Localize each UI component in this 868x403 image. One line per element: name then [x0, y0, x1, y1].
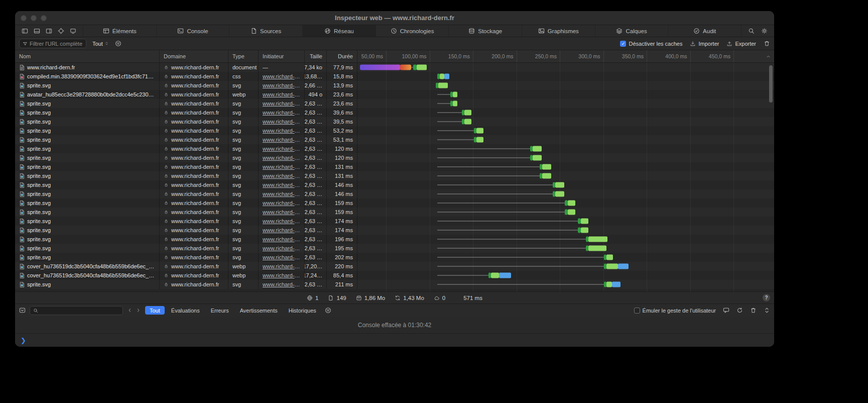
- network-request-row[interactable]: sprite.svgwww.richard-dern.frsvgwww.rich…: [15, 162, 774, 171]
- tab-audit[interactable]: Audit: [668, 25, 741, 37]
- initiator-link[interactable]: www.richard-d…: [263, 182, 300, 188]
- initiator-link[interactable]: www.richard-d…: [263, 263, 300, 269]
- network-request-row[interactable]: sprite.svgwww.richard-dern.frsvgwww.rich…: [15, 126, 774, 135]
- chevron-left-icon[interactable]: [127, 308, 133, 313]
- initiator-link[interactable]: www.richard-d…: [263, 137, 300, 143]
- trash-icon[interactable]: [750, 307, 757, 314]
- initiator-link[interactable]: www.richard-d…: [263, 236, 300, 242]
- console-prompt-row[interactable]: ❯: [15, 334, 774, 347]
- collapse-detail-button[interactable]: [766, 50, 771, 62]
- console-search-input[interactable]: [40, 308, 119, 314]
- initiator-link[interactable]: www.richard-d…: [263, 119, 300, 125]
- initiator-link[interactable]: www.richard-d…: [263, 227, 300, 233]
- tab-sources[interactable]: Sources: [229, 25, 302, 37]
- filter-options-icon[interactable]: [115, 40, 121, 47]
- column-header-taille[interactable]: Taille: [305, 50, 327, 62]
- tab-stockage[interactable]: Stockage: [448, 25, 522, 37]
- network-request-row[interactable]: sprite.svgwww.richard-dern.frsvgwww.rich…: [15, 253, 774, 262]
- minimize-button[interactable]: [31, 15, 37, 21]
- initiator-link[interactable]: www.richard-d…: [263, 200, 300, 206]
- console-scope-avertissements[interactable]: Avertissements: [235, 306, 282, 315]
- chevron-right-icon[interactable]: [136, 308, 141, 313]
- network-request-row[interactable]: sprite.svgwww.richard-dern.frsvgwww.rich…: [15, 235, 774, 244]
- element-picker-icon[interactable]: [58, 28, 64, 34]
- network-request-row[interactable]: sprite.svgwww.richard-dern.frsvgwww.rich…: [15, 280, 774, 289]
- dock-side-icon[interactable]: [22, 28, 28, 34]
- network-request-row[interactable]: www.richard-dern.frwww.richard-dern.frdo…: [15, 63, 774, 72]
- column-header-type[interactable]: Type: [228, 50, 259, 62]
- console-scope-tout[interactable]: Tout: [145, 306, 165, 315]
- help-button[interactable]: ?: [763, 294, 770, 301]
- console-drawer-icon[interactable]: [723, 307, 729, 314]
- network-request-row[interactable]: sprite.svgwww.richard-dern.frsvgwww.rich…: [15, 99, 774, 108]
- initiator-link[interactable]: www.richard-d…: [263, 191, 300, 197]
- network-request-row[interactable]: sprite.svgwww.richard-dern.frsvgwww.rich…: [15, 81, 774, 90]
- console-search-field[interactable]: [30, 306, 123, 315]
- initiator-link[interactable]: www.richard-d…: [263, 281, 300, 287]
- console-filter-options-icon[interactable]: [325, 307, 331, 314]
- initiator-link[interactable]: www.richard-d…: [263, 73, 300, 79]
- tab-console[interactable]: Console: [156, 25, 229, 37]
- network-request-row[interactable]: sprite.svgwww.richard-dern.frsvgwww.rich…: [15, 135, 774, 144]
- console-scope-erreurs[interactable]: Erreurs: [206, 306, 233, 315]
- initiator-link[interactable]: www.richard-d…: [263, 91, 300, 97]
- network-request-row[interactable]: sprite.svgwww.richard-dern.frsvgwww.rich…: [15, 108, 774, 117]
- initiator-link[interactable]: www.richard-d…: [263, 245, 300, 251]
- initiator-link[interactable]: www.richard-d…: [263, 82, 300, 88]
- initiator-link[interactable]: www.richard-d…: [263, 209, 300, 215]
- tab-graphismes[interactable]: Graphismes: [522, 25, 595, 37]
- network-request-row[interactable]: cover_hu736519dc3b5040cfa48b6b559b6de6ec…: [15, 271, 774, 280]
- network-request-row[interactable]: avatar_hu85ecc3e298728880b0bde2dcc4e5c23…: [15, 90, 774, 99]
- dock-right-icon[interactable]: [46, 28, 52, 34]
- network-request-row[interactable]: sprite.svgwww.richard-dern.frsvgwww.rich…: [15, 153, 774, 162]
- initiator-link[interactable]: www.richard-d…: [263, 272, 300, 278]
- console-scope-historiques[interactable]: Historiques: [284, 306, 321, 315]
- console-scope-evaluations[interactable]: Évaluations: [167, 306, 204, 315]
- network-request-row[interactable]: sprite.svgwww.richard-dern.frsvgwww.rich…: [15, 117, 774, 126]
- console-scope-icon[interactable]: [19, 307, 26, 314]
- network-request-row[interactable]: sprite.svgwww.richard-dern.frsvgwww.rich…: [15, 180, 774, 189]
- network-request-row[interactable]: sprite.svgwww.richard-dern.frsvgwww.rich…: [15, 144, 774, 153]
- dock-bottom-icon[interactable]: [34, 28, 40, 34]
- network-request-row[interactable]: sprite.svgwww.richard-dern.frsvgwww.rich…: [15, 226, 774, 235]
- initiator-link[interactable]: www.richard-d…: [263, 164, 300, 170]
- initiator-link[interactable]: www.richard-d…: [263, 146, 300, 152]
- initiator-link[interactable]: www.richard-d…: [263, 254, 300, 260]
- initiator-link[interactable]: www.richard-d…: [263, 173, 300, 179]
- emulate-gesture-checkbox[interactable]: [634, 308, 640, 314]
- trash-icon[interactable]: [764, 40, 770, 47]
- tab-calques[interactable]: Calques: [595, 25, 668, 37]
- gear-icon[interactable]: [761, 28, 768, 34]
- column-header-domaine[interactable]: Domaine: [160, 50, 228, 62]
- network-request-row[interactable]: sprite.svgwww.richard-dern.frsvgwww.rich…: [15, 217, 774, 226]
- close-button[interactable]: [21, 15, 27, 21]
- export-button[interactable]: Exporter: [726, 41, 756, 47]
- column-header-nom[interactable]: Nom: [15, 50, 160, 62]
- device-icon[interactable]: [70, 28, 76, 34]
- initiator-link[interactable]: www.richard-d…: [263, 128, 300, 134]
- expand-console-icon[interactable]: [764, 307, 770, 314]
- reload-icon[interactable]: [736, 307, 743, 314]
- initiator-link[interactable]: www.richard-d…: [263, 100, 300, 107]
- emulate-gesture-toggle[interactable]: Émuler le geste de l'utilisateur: [634, 308, 716, 314]
- tab-reseau[interactable]: Réseau: [302, 25, 376, 37]
- network-request-row[interactable]: sprite.svgwww.richard-dern.frsvgwww.rich…: [15, 171, 774, 180]
- scrollbar-thumb[interactable]: [769, 65, 773, 103]
- search-icon[interactable]: [748, 28, 755, 34]
- initiator-link[interactable]: www.richard-d…: [263, 155, 300, 161]
- initiator-link[interactable]: www.richard-d…: [263, 218, 300, 224]
- network-request-row[interactable]: cover_hu736519dc3b5040cfa48b6b559b6de6ec…: [15, 262, 774, 271]
- url-filter-field[interactable]: [19, 39, 86, 48]
- disable-caches-checkbox[interactable]: [620, 41, 626, 47]
- network-request-row[interactable]: sprite.svgwww.richard-dern.frsvgwww.rich…: [15, 208, 774, 217]
- network-request-row[interactable]: sprite.svgwww.richard-dern.frsvgwww.rich…: [15, 198, 774, 208]
- titlebar[interactable]: Inspecteur web — www.richard-dern.fr: [15, 11, 774, 25]
- disable-caches-toggle[interactable]: Désactiver les caches: [620, 41, 682, 47]
- zoom-button[interactable]: [41, 15, 47, 21]
- import-button[interactable]: Importer: [690, 41, 719, 47]
- resource-type-dropdown[interactable]: Tout: [91, 40, 110, 47]
- initiator-link[interactable]: www.richard-d…: [263, 110, 300, 116]
- network-request-row[interactable]: sprite.svgwww.richard-dern.frsvgwww.rich…: [15, 244, 774, 253]
- network-request-row[interactable]: compiled.min.38390909f303624ed9e1cf1bd3f…: [15, 72, 774, 81]
- tab-elements[interactable]: Éléments: [83, 25, 156, 37]
